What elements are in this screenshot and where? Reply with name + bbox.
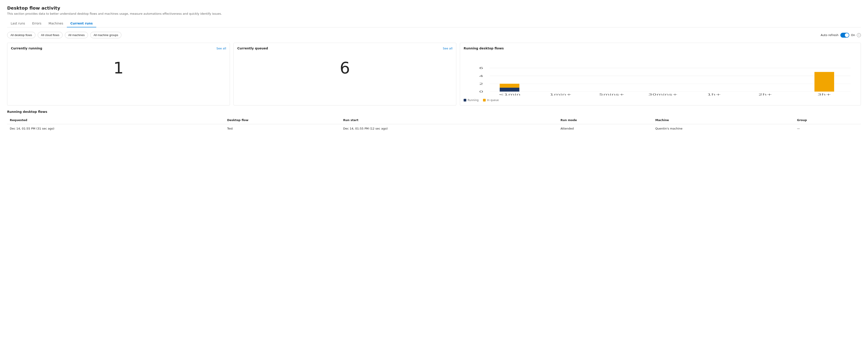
- svg-text:2h+: 2h+: [758, 93, 772, 96]
- chart-legend: Running In queue: [464, 99, 857, 102]
- svg-text:0: 0: [479, 90, 484, 93]
- bar-3h-inqueue: [814, 72, 834, 92]
- filters-row: All desktop flows All cloud flows All ma…: [7, 32, 861, 38]
- bar-lt1min-running: [500, 88, 519, 92]
- running-flows-chart-title: Running desktop flows: [464, 46, 504, 50]
- cell-run-start: Dec 14, 01:55 PM (12 sec ago): [340, 124, 558, 133]
- currently-queued-title: Currently queued: [237, 46, 268, 50]
- currently-running-header: Currently running See all: [11, 46, 226, 50]
- legend-inqueue: In queue: [483, 99, 499, 102]
- cell-machine: Quentin's machine: [653, 124, 794, 133]
- auto-refresh-label: Auto refresh: [820, 33, 838, 37]
- running-flows-chart-card: Running desktop flows 0 2 4 6: [460, 43, 861, 105]
- svg-text:<1min: <1min: [499, 93, 521, 96]
- svg-text:1min+: 1min+: [550, 93, 572, 96]
- tab-machines[interactable]: Machines: [45, 20, 67, 27]
- table-body: Dec 14, 01:55 PM (31 sec ago) Test Dec 1…: [7, 124, 861, 133]
- currently-running-value: 1: [11, 51, 226, 80]
- tab-current-runs[interactable]: Current runs: [67, 20, 96, 27]
- col-run-start: Run start: [340, 116, 558, 124]
- currently-running-card: Currently running See all 1: [7, 43, 230, 105]
- filter-all-cloud-flows[interactable]: All cloud flows: [38, 32, 63, 38]
- auto-refresh-area: Auto refresh On i: [820, 33, 861, 38]
- cell-desktop-flow: Test: [224, 124, 340, 133]
- legend-inqueue-label: In queue: [487, 99, 499, 102]
- bar-chart-svg: 0 2 4 6: [464, 52, 857, 97]
- svg-text:6: 6: [479, 67, 484, 70]
- currently-queued-see-all[interactable]: See all: [443, 47, 453, 50]
- legend-running-label: Running: [468, 99, 478, 102]
- tab-errors[interactable]: Errors: [29, 20, 45, 27]
- auto-refresh-toggle[interactable]: [840, 33, 849, 38]
- currently-running-title: Currently running: [11, 46, 42, 50]
- filter-all-machines[interactable]: All machines: [65, 32, 88, 38]
- running-table-title: Running desktop flows: [7, 110, 861, 113]
- tab-last-runs[interactable]: Last runs: [7, 20, 29, 27]
- tabs-nav: Last runs Errors Machines Current runs: [7, 20, 861, 27]
- svg-text:2: 2: [479, 83, 484, 86]
- cell-requested: Dec 14, 01:55 PM (31 sec ago): [7, 124, 224, 133]
- running-table-section: Running desktop flows Requested Desktop …: [7, 110, 861, 133]
- filter-all-machine-groups[interactable]: All machine groups: [90, 32, 122, 38]
- auto-refresh-state: On: [851, 33, 855, 37]
- cell-group: —: [794, 124, 861, 133]
- legend-running: Running: [464, 99, 478, 102]
- svg-text:4: 4: [479, 74, 484, 78]
- currently-queued-card: Currently queued See all 6: [234, 43, 456, 105]
- bar-lt1min-inqueue: [500, 84, 519, 88]
- svg-text:1h+: 1h+: [707, 93, 721, 96]
- svg-text:5mins+: 5mins+: [599, 93, 624, 96]
- page-title: Desktop flow activity: [7, 5, 861, 11]
- page-subtitle: This section provides data to better und…: [7, 12, 861, 15]
- col-machine: Machine: [653, 116, 794, 124]
- page-container: Desktop flow activity This section provi…: [0, 0, 868, 361]
- page-header: Desktop flow activity This section provi…: [7, 5, 861, 15]
- col-run-mode: Run mode: [558, 116, 653, 124]
- col-desktop-flow: Desktop flow: [224, 116, 340, 124]
- currently-queued-header: Currently queued See all: [237, 46, 453, 50]
- col-requested: Requested: [7, 116, 224, 124]
- cell-run-mode: Attended: [558, 124, 653, 133]
- table-header: Requested Desktop flow Run start Run mod…: [7, 116, 861, 124]
- filter-all-desktop-flows[interactable]: All desktop flows: [7, 32, 35, 38]
- currently-queued-value: 6: [237, 51, 453, 80]
- svg-text:30mins+: 30mins+: [648, 93, 678, 96]
- legend-inqueue-dot: [483, 99, 486, 101]
- info-icon[interactable]: i: [857, 33, 861, 37]
- currently-running-see-all[interactable]: See all: [216, 47, 226, 50]
- running-table: Requested Desktop flow Run start Run mod…: [7, 116, 861, 133]
- running-flows-chart-header: Running desktop flows: [464, 46, 857, 50]
- chart-area: 0 2 4 6: [464, 52, 857, 97]
- table-row: Dec 14, 01:55 PM (31 sec ago) Test Dec 1…: [7, 124, 861, 133]
- legend-running-dot: [464, 99, 466, 101]
- cards-row: Currently running See all 1 Currently qu…: [7, 43, 861, 105]
- svg-text:3h+: 3h+: [817, 93, 831, 96]
- table-header-row: Requested Desktop flow Run start Run mod…: [7, 116, 861, 124]
- col-group: Group: [794, 116, 861, 124]
